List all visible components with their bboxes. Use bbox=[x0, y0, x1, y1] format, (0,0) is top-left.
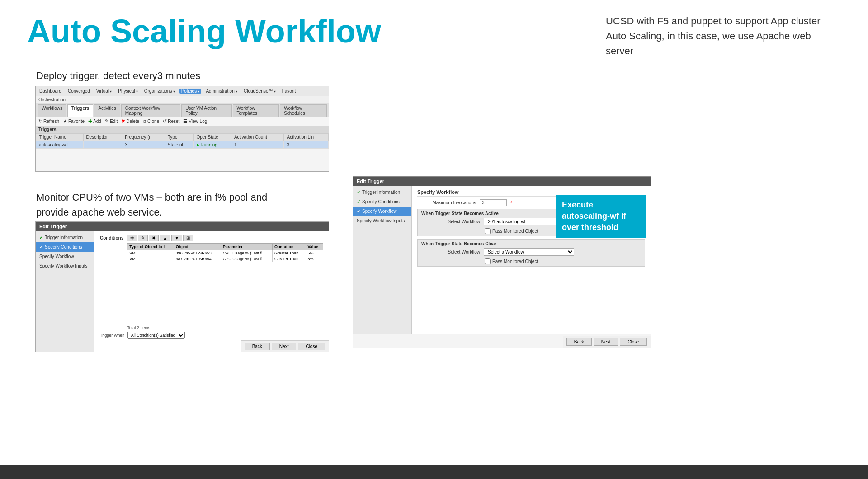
pass-monitored-label: Pass Monitored Object bbox=[492, 229, 538, 234]
back-button-left[interactable]: Back bbox=[245, 343, 270, 350]
col-activation-count: Activation Count bbox=[231, 134, 284, 141]
cond-object-1: 396 vm-P01-SR653 bbox=[174, 250, 221, 256]
sidebar-right-inputs[interactable]: Specify Workflow Inputs bbox=[353, 216, 411, 225]
close-button-right[interactable]: Close bbox=[620, 338, 647, 346]
sidebar-right-conditions[interactable]: Specify Conditions bbox=[353, 197, 411, 207]
cond-up-btn[interactable]: ▲ bbox=[160, 235, 170, 241]
screenshot-workflow: Edit Trigger Trigger Information Specify… bbox=[353, 176, 651, 348]
max-invocations-input[interactable] bbox=[480, 199, 507, 206]
nav-physical[interactable]: Physical bbox=[116, 89, 139, 94]
edit-trigger-right-container: Trigger Information Specify Conditions S… bbox=[353, 186, 651, 334]
nav-dashboard[interactable]: Dashboard bbox=[38, 89, 63, 94]
sidebar-right-workflow[interactable]: Specify Workflow bbox=[353, 207, 411, 216]
cond-add-btn[interactable]: ✚ bbox=[127, 235, 137, 241]
nav-virtual[interactable]: Virtual bbox=[94, 89, 113, 94]
sidebar-specify-conditions[interactable]: Specify Conditions bbox=[36, 242, 94, 252]
et-content-right: Execute autoscaling-wf if over threshold… bbox=[412, 186, 651, 334]
subtitle-bottom: Monitor CPU% of two VMs – both are in f%… bbox=[36, 190, 316, 220]
cond-val-1: 5% bbox=[306, 250, 323, 256]
bottom-buttons-right: Back Next Close bbox=[563, 336, 651, 348]
tab-user-vm[interactable]: User VM Action Policy bbox=[181, 104, 231, 117]
bottom-buttons-left: Back Next Close bbox=[241, 340, 329, 352]
tab-workflow-schedules[interactable]: Workflow Schedules bbox=[280, 104, 327, 117]
pass-monitored-checkbox[interactable] bbox=[485, 228, 491, 234]
cond-down-btn[interactable]: ▼ bbox=[171, 235, 182, 241]
viewlog-button[interactable]: ☰ View Log bbox=[183, 118, 207, 124]
cell-activation-count: 1 bbox=[231, 141, 284, 149]
tab-workflows[interactable]: Workflows bbox=[38, 104, 66, 117]
add-button[interactable]: ✚ Add bbox=[88, 118, 101, 124]
trigger-when-row: Trigger When: All Condition(s) Satisfied bbox=[100, 332, 323, 339]
edit-trigger-title-left: Edit Trigger bbox=[36, 222, 329, 231]
col-type: Type bbox=[165, 134, 193, 141]
cond-op-2: Greater Than bbox=[272, 256, 306, 262]
favorite-button[interactable]: ★ Favorite bbox=[63, 118, 85, 124]
sidebar-trigger-info[interactable]: Trigger Information bbox=[36, 233, 94, 242]
tab-activities[interactable]: Activities bbox=[94, 104, 120, 117]
reset-button[interactable]: ↺ Reset bbox=[163, 118, 179, 124]
clone-button[interactable]: ⧉ Clone bbox=[143, 118, 159, 124]
cond-row-1[interactable]: VM 396 vm-P01-SR653 CPU Usage % (Last fi… bbox=[127, 250, 323, 256]
sidebar-specify-inputs[interactable]: Specify Workflow Inputs bbox=[36, 261, 94, 271]
cond-col-object: Object bbox=[174, 244, 221, 250]
back-button-right[interactable]: Back bbox=[566, 338, 592, 346]
et-sidebar-right: Trigger Information Specify Conditions S… bbox=[353, 186, 412, 334]
pass-monitored-clear-row: Pass Monitored Object bbox=[485, 258, 641, 264]
ucsd-nav: Dashboard Converged Virtual Physical Org… bbox=[36, 86, 329, 96]
refresh-button[interactable]: ↻ Refresh bbox=[38, 118, 59, 124]
nav-organizations[interactable]: Organizations bbox=[142, 89, 177, 94]
screenshot-conditions: Edit Trigger Trigger Information Specify… bbox=[35, 221, 329, 352]
edit-button[interactable]: ✎ Edit bbox=[105, 118, 118, 124]
col-oper-state: Oper State bbox=[193, 134, 231, 141]
cond-type-1: VM bbox=[127, 250, 174, 256]
description-text: UCSD with F5 and puppet to support App c… bbox=[606, 14, 823, 58]
cond-edit-btn[interactable]: ✎ bbox=[138, 235, 148, 241]
footer-bar bbox=[0, 465, 868, 479]
cond-val-2: 5% bbox=[306, 256, 323, 262]
triggers-section-header: Triggers bbox=[36, 126, 329, 133]
cell-trigger-name: autoscaling-wf bbox=[36, 141, 84, 149]
pass-monitored-clear-label: Pass Monitored Object bbox=[492, 259, 538, 264]
triggers-table: Trigger Name Description Frequency (r Ty… bbox=[36, 133, 329, 149]
cell-frequency: 3 bbox=[122, 141, 165, 149]
cond-col-operation: Operation bbox=[272, 244, 306, 250]
col-frequency: Frequency (r bbox=[122, 134, 165, 141]
cond-col-parameter: Parameter bbox=[221, 244, 272, 250]
col-trigger-name: Trigger Name bbox=[36, 134, 84, 141]
nav-favorites[interactable]: Favorit bbox=[280, 89, 298, 94]
cond-more-btn[interactable]: ⊞ bbox=[183, 235, 193, 241]
trigger-when-select[interactable]: All Condition(s) Satisfied bbox=[127, 332, 185, 339]
select-workflow-clear-select[interactable]: Select a Workflow bbox=[484, 248, 574, 256]
cell-oper-state: Running bbox=[193, 141, 231, 149]
sidebar-right-trigger-info[interactable]: Trigger Information bbox=[353, 188, 411, 197]
subtitle-top: Deploy trigger, detect every3 minutes bbox=[36, 70, 200, 82]
toolbar: ↻ Refresh ★ Favorite ✚ Add ✎ Edit ✖ Dele… bbox=[36, 117, 329, 126]
breadcrumb: Orchestration bbox=[36, 96, 329, 103]
edit-trigger-left-container: Trigger Information Specify Conditions S… bbox=[36, 231, 329, 352]
tooltip-box: Execute autoscaling-wf if over threshold bbox=[556, 195, 646, 238]
cell-activation-lin: 3 bbox=[284, 141, 329, 149]
close-button-left[interactable]: Close bbox=[298, 343, 325, 350]
delete-button[interactable]: ✖ Delete bbox=[121, 118, 139, 124]
cond-param-2: CPU Usage % (Last fi bbox=[221, 256, 272, 262]
nav-administration[interactable]: Administration bbox=[204, 89, 239, 94]
tab-triggers[interactable]: Triggers bbox=[67, 104, 93, 117]
cond-col-value: Value bbox=[306, 244, 323, 250]
tabs-bar: Workflows Triggers Activities Context Wo… bbox=[36, 103, 329, 117]
select-workflow-clear-row: Select Workflow Select a Workflow bbox=[421, 248, 641, 256]
nav-policies[interactable]: Policies bbox=[179, 89, 202, 94]
pass-monitored-clear-checkbox[interactable] bbox=[485, 258, 491, 264]
select-workflow-clear-label: Select Workflow bbox=[421, 249, 480, 254]
nav-cloudsense[interactable]: CloudSense™ bbox=[242, 89, 278, 94]
sidebar-specify-workflow[interactable]: Specify Workflow bbox=[36, 252, 94, 261]
next-button-right[interactable]: Next bbox=[594, 338, 618, 346]
total-items: Total 2 Items bbox=[127, 325, 323, 330]
nav-converged[interactable]: Converged bbox=[66, 89, 92, 94]
tab-workflow-templates[interactable]: Workflow Templates bbox=[233, 104, 279, 117]
next-button-left[interactable]: Next bbox=[272, 343, 297, 350]
table-row[interactable]: autoscaling-wf 3 Stateful Running 1 3 bbox=[36, 141, 329, 149]
tab-context-workflow[interactable]: Context Workflow Mapping bbox=[121, 104, 180, 117]
cond-row-2[interactable]: VM 387 vm-P01-SR654 CPU Usage % (Last fi… bbox=[127, 256, 323, 262]
et-content-left: Conditions ✚ ✎ ✖ ▲ ▼ ⊞ Type of Object to… bbox=[94, 231, 329, 352]
cond-delete-btn[interactable]: ✖ bbox=[149, 235, 159, 241]
